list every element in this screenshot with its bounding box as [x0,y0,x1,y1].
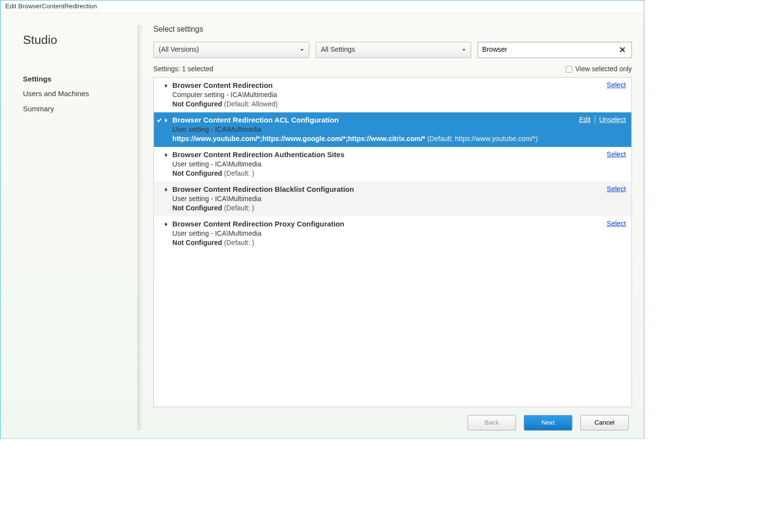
setting-title: Browser Content Redirection [172,82,627,90]
sidebar-item-summary[interactable]: Summary [23,102,127,117]
setting-status: Not Configured (Default: ) [172,169,627,178]
window-title: Edit BrowserContentRedirection [0,0,644,13]
unselect-link[interactable]: Unselect [599,116,626,124]
next-button[interactable]: Next [524,415,572,430]
setting-actions: EditUnselect [579,116,626,124]
checkbox-icon [566,66,572,72]
expand-icon[interactable] [164,152,168,159]
setting-scope: User setting - ICA\Multimedia [172,125,627,134]
setting-scope: Computer setting - ICA\Multimedia [172,91,627,99]
setting-actions: Select [607,151,626,159]
setting-row[interactable]: Browser Content Redirection Authenticati… [154,147,631,182]
setting-row[interactable]: Browser Content Redirection ACL Configur… [154,112,631,147]
settings-list: Browser Content RedirectionComputer sett… [153,77,632,407]
setting-actions: Select [607,185,626,194]
settings-count-label: Settings: [153,65,180,73]
select-link[interactable]: Select [607,151,626,159]
category-select[interactable]: All Settings [316,42,472,58]
select-link[interactable]: Select [607,185,626,193]
sidebar: Studio SettingsUsers and MachinesSummary [13,25,138,430]
dialog-window: Edit BrowserContentRedirection Studio Se… [0,0,644,439]
setting-title: Browser Content Redirection Blacklist Co… [172,185,627,194]
sidebar-nav: SettingsUsers and MachinesSummary [23,72,127,117]
clear-search-icon[interactable]: ✕ [617,45,628,55]
check-icon [156,117,162,124]
setting-status: Not Configured (Default: ) [172,204,627,212]
select-link[interactable]: Select [607,220,626,227]
brand-title: Studio [23,33,127,47]
chevron-down-icon [462,46,466,54]
search-input-wrapper: ✕ [478,42,632,58]
setting-status: https://www.youtube.com/*;https://www.go… [172,135,627,143]
setting-actions: Select [607,220,626,228]
footer: Back Next Cancel [153,407,632,430]
select-link[interactable]: Select [607,82,626,89]
expand-icon[interactable] [164,117,168,124]
edit-link[interactable]: Edit [579,116,591,124]
setting-scope: User setting - ICA\Multimedia [172,195,627,203]
version-select-value: (All Versions) [159,46,199,54]
dialog-body: Studio SettingsUsers and MachinesSummary… [0,13,644,438]
sidebar-item-settings[interactable]: Settings [23,72,127,87]
category-select-value: All Settings [321,46,355,54]
setting-row[interactable]: Browser Content Redirection Proxy Config… [154,216,631,251]
search-input[interactable] [482,46,617,54]
setting-scope: User setting - ICA\Multimedia [172,160,627,168]
setting-actions: Select [607,82,626,90]
expand-icon[interactable] [164,82,168,89]
main-panel: Select settings (All Versions) All Setti… [137,25,632,430]
sidebar-item-users-and-machines[interactable]: Users and Machines [23,86,127,102]
view-selected-only-label: View selected only [575,65,632,74]
view-selected-only-checkbox[interactable]: View selected only [566,65,632,74]
expand-icon[interactable] [164,221,168,228]
chevron-down-icon [300,46,304,54]
filter-row: (All Versions) All Settings ✕ [153,42,632,58]
setting-row[interactable]: Browser Content Redirection Blacklist Co… [154,182,631,216]
section-title: Select settings [153,25,632,34]
settings-count-value: 1 selected [182,65,213,73]
cancel-button[interactable]: Cancel [580,415,629,430]
setting-title: Browser Content Redirection ACL Configur… [172,116,627,124]
status-row: Settings: 1 selected View selected only [153,65,632,74]
setting-status: Not Configured (Default: Allowed) [172,100,627,108]
back-button[interactable]: Back [468,415,516,430]
settings-count: Settings: 1 selected [153,65,213,74]
setting-row[interactable]: Browser Content RedirectionComputer sett… [154,78,631,112]
setting-status: Not Configured (Default: ) [172,239,627,247]
setting-scope: User setting - ICA\Multimedia [172,229,627,238]
version-select[interactable]: (All Versions) [153,42,309,58]
setting-title: Browser Content Redirection Authenticati… [172,151,627,159]
setting-title: Browser Content Redirection Proxy Config… [172,220,627,228]
expand-icon[interactable] [164,186,168,193]
